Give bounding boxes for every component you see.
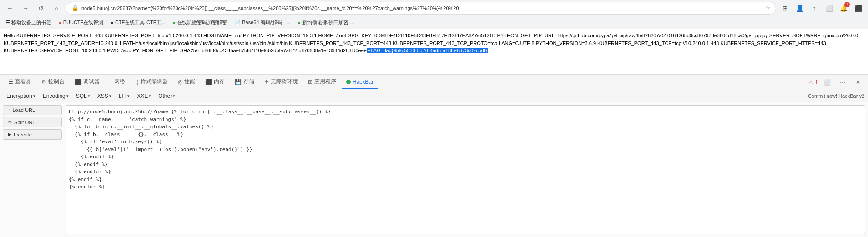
reload-button[interactable]: ↺ [35,2,47,15]
other-menu[interactable]: Other ▾ [156,92,178,100]
hackbar-textarea[interactable]: http://node5.buuoj.cn:25637/?name={% for… [66,105,865,234]
security-icon: 🔒 [71,5,79,11]
ctf-icon: ● [111,20,114,25]
bookmark-crypto[interactable]: ● 新约偷论佛/佛曰加密 ... [296,18,356,27]
url-text: node5.buuoj.cn:25637/?name={%20for%20c%2… [81,5,459,11]
tab-storage[interactable]: 💾 存储 [230,75,259,89]
devtools-right: ⚠ 1 ⬜ ⋯ ✕ [808,76,864,89]
style-icon: {} [135,79,139,85]
bookmark-mobile[interactable]: ☰ 移动设备上的书签 [4,18,53,27]
bookmarks-bar: ☰ 移动设备上的书签 ● BUUCTF在线评测 ● CTF在线工具-CTF工..… [0,16,868,29]
chevron-down-icon: ▾ [66,94,69,98]
hackbar-toolbar: Encryption ▾ Encoding ▾ SQL ▾ XSS ▾ LFI … [0,90,868,102]
bookmark-ctf-tools[interactable]: ● CTF在线工具-CTF工... [109,18,167,27]
forward-button[interactable]: → [19,2,32,15]
tab-performance[interactable]: ◎ 性能 [173,75,200,89]
xss-menu[interactable]: XSS ▾ [95,92,114,100]
commit-label: Commit now! HackBar v2 [808,93,864,99]
execute-icon: ▶ [8,131,11,137]
chevron-down-icon: ▾ [109,94,111,98]
page-content: Hello KUBERNETES_SERVICE_PORT=443 KUBERN… [0,29,868,75]
crypto-icon: ● [298,20,301,25]
tab-style[interactable]: {} 样式编辑器 [131,75,172,89]
flag-text: FLAG=flag{959c5533-5d76-4ad5-a18f-e8d73c… [367,48,488,53]
star-icon: ☆ [766,5,770,11]
load-url-button[interactable]: ↑ Load URL [3,105,62,115]
devtools-more-button[interactable]: ⋯ [836,76,849,89]
tab-application[interactable]: ⊞ 应用程序 [303,75,341,89]
memory-icon: ⬛ [205,79,212,85]
back-button[interactable]: ← [4,2,16,15]
debugger-icon: ⬛ [75,79,81,85]
network-icon: ↕ [110,79,112,85]
tab-console[interactable]: ⚙ 控制台 [37,75,69,89]
accessibility-icon: ✈ [264,79,269,85]
error-badge: ⚠ 1 [808,79,818,86]
chevron-down-icon: ▾ [149,94,151,98]
hackbar-panel: Encryption ▾ Encoding ▾ SQL ▾ XSS ▾ LFI … [0,90,868,237]
account-button[interactable]: 👤 [793,2,806,15]
chevron-down-icon: ▾ [33,94,35,98]
share-button[interactable]: ⬜ [823,2,835,15]
performance-icon: ◎ [178,79,182,85]
base64-icon: 📄 [234,20,241,25]
execute-button[interactable]: ▶ Execute [3,129,62,140]
home-button[interactable]: ⌂ [50,2,63,15]
load-icon: ↑ [8,107,10,113]
bookmark-base64[interactable]: 📄 Base64 编码/解码 - ... [232,18,292,27]
chevron-down-icon: ▾ [88,94,90,98]
bookmark-caesar[interactable]: ● 在线凯撒密码加密解密 [171,18,229,27]
tab-accessibility[interactable]: ✈ 无障碍环境 [260,75,303,89]
hackbar-sidebar: ↑ Load URL ✂ Split URL ▶ Execute [3,105,62,234]
tab-debugger[interactable]: ⬛ 调试器 [70,75,104,89]
encoding-menu[interactable]: Encoding ▾ [40,92,71,100]
sql-menu[interactable]: SQL ▾ [73,92,93,100]
viewer-icon: ☰ [8,79,13,85]
extensions-button[interactable]: ⊞ [779,2,792,15]
profile-button[interactable]: ⬛ [852,2,864,15]
browser-actions: ⊞ 👤 ↕ ⬜ 🔔 1 ⬛ [779,2,864,15]
sync-button[interactable]: ↕ [808,2,821,15]
notification-button[interactable]: 🔔 1 [837,2,850,15]
devtools-undock-button[interactable]: ⬜ [821,76,833,89]
bookmark-icon: ☰ [5,20,10,25]
hackbar-dot-icon [346,80,351,84]
app-icon: ⊞ [308,79,313,85]
bookmark-buuctf[interactable]: ● BUUCTF在线评测 [57,18,105,27]
split-icon: ✂ [8,119,12,125]
chevron-down-icon: ▾ [173,94,175,98]
encryption-menu[interactable]: Encryption ▾ [4,92,38,100]
hackbar-main: ↑ Load URL ✂ Split URL ▶ Execute http://… [0,102,868,237]
devtools-bar: ☰ 查看器 ⚙ 控制台 ⬛ 调试器 ↕ 网络 {} 样式编辑器 ◎ 性能 ⬛ 内… [0,75,868,90]
address-bar[interactable]: 🔒 node5.buuoj.cn:25637/?name={%20for%20c… [66,2,776,15]
tab-network[interactable]: ↕ 网络 [105,75,130,89]
console-icon: ⚙ [41,79,46,85]
lfi-menu[interactable]: LFI ▾ [116,92,132,100]
split-url-button[interactable]: ✂ Split URL [3,117,62,127]
tab-viewer[interactable]: ☰ 查看器 [4,75,36,89]
caesar-icon: ● [173,20,176,25]
xxe-menu[interactable]: XXE ▾ [134,92,154,100]
tab-memory[interactable]: ⬛ 内存 [201,75,229,89]
browser-bar: ← → ↺ ⌂ 🔒 node5.buuoj.cn:25637/?name={%2… [0,0,868,16]
storage-icon: 💾 [235,79,242,85]
devtools-close-button[interactable]: ✕ [852,76,864,89]
tab-hackbar[interactable]: HackBar [342,76,378,89]
buuctf-icon: ● [59,20,62,25]
chevron-down-icon: ▾ [127,94,130,98]
